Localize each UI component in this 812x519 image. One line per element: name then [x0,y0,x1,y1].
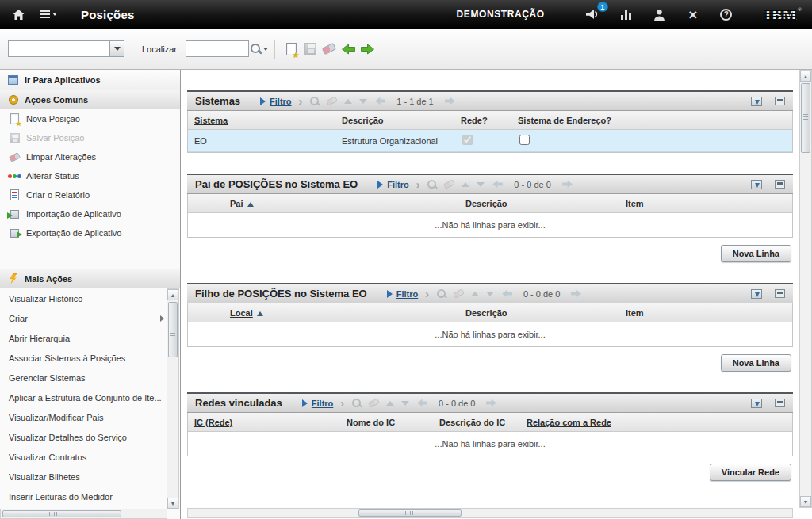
scroll-up-button[interactable]: ▲ [800,71,811,82]
previous-row-icon[interactable] [471,292,479,296]
next-row-icon[interactable] [359,99,367,104]
announcements-icon[interactable]: 1 [584,6,602,23]
clear-changes-icon[interactable] [320,40,339,59]
previous-page-icon[interactable] [416,399,428,407]
minimize-section-icon[interactable] [775,399,785,407]
filter-toggle[interactable]: Filtro [377,180,409,189]
previous-row-icon[interactable] [462,182,469,187]
user-profile-icon[interactable] [651,6,668,23]
previous-page-icon[interactable] [374,97,386,105]
filter-toggle[interactable]: Filtro [302,399,334,408]
clear-filter-icon[interactable] [453,288,465,298]
table-row[interactable]: EO Estrutura Organizacional [188,130,792,152]
scroll-down-button[interactable]: ▼ [800,496,811,507]
next-page-icon[interactable] [570,289,582,298]
filter-link[interactable]: Filtro [387,180,409,189]
table-search-icon[interactable] [309,96,320,106]
next-record-icon[interactable] [358,40,377,59]
sidebar-vertical-scrollbar[interactable]: ▲ ▼ [167,288,179,509]
go-to-applications-button[interactable]: Ir Para Aplicativos [0,70,180,90]
filter-toggle[interactable]: Filtro [387,289,419,299]
sidebar-item-criar[interactable]: Criar [0,308,180,328]
table-search-icon[interactable] [436,288,446,299]
main-vertical-scrollbar[interactable]: ▲ ▼ [799,70,812,508]
filter-link[interactable]: Filtro [396,289,419,299]
sidebar-item-inserir-leituras[interactable]: Inserir Leituras do Medidor [0,487,180,506]
column-header-sistema[interactable]: Sistema [188,116,335,125]
sidebar-item-visualizar-detalhes-servico[interactable]: Visualizar Detalhes do Serviço [0,427,180,447]
search-icon[interactable] [249,40,268,59]
sidebar-item-limpar-alteracoes[interactable]: Limpar Alterações [0,147,180,166]
previous-page-icon[interactable] [501,289,513,298]
clear-filter-icon[interactable] [326,96,338,105]
endereco-checkbox[interactable] [519,135,530,145]
download-table-icon[interactable] [751,97,762,106]
column-header-ic-rede[interactable]: IC (Rede) [188,418,340,427]
expand-chevron-icon[interactable]: › [425,288,429,300]
sidebar-item-importacao[interactable]: Importação de Aplicativo [0,204,180,223]
sidebar-item-exportacao[interactable]: Exportação de Aplicativo [0,223,180,242]
next-row-icon[interactable] [486,292,494,296]
previous-row-icon[interactable] [344,99,352,104]
minimize-section-icon[interactable] [775,180,785,189]
sidebar-item-visualizar-modificar-pais[interactable]: Visualizar/Modificar Pais [0,407,180,427]
table-header-row: Pai Descrição Item [188,194,792,213]
reports-icon[interactable] [618,6,635,23]
table-search-icon[interactable] [351,398,362,408]
sidebar-item-visualizar-historico[interactable]: Visualizar Histórico [0,288,180,308]
scrollbar-thumb[interactable] [358,509,462,517]
filter-link[interactable]: Filtro [270,97,292,106]
column-header-pai[interactable]: Pai [224,199,459,208]
download-table-icon[interactable] [751,399,762,408]
clear-filter-icon[interactable] [368,398,380,407]
expand-chevron-icon[interactable]: › [340,398,344,409]
sidebar-item-gerenciar-sistemas[interactable]: Gerenciar Sistemas [0,368,180,387]
download-table-icon[interactable] [751,180,762,189]
new-record-icon[interactable] [282,40,301,59]
main-horizontal-scrollbar[interactable] [187,508,793,518]
filter-toggle[interactable]: Filtro [260,97,292,106]
next-row-icon[interactable] [477,182,485,187]
find-input[interactable] [186,40,249,57]
record-select-dropdown-button[interactable] [109,40,124,57]
table-search-icon[interactable] [427,179,437,189]
scrollbar-thumb[interactable] [2,510,121,517]
sidebar-item-criar-relatorio[interactable]: Criar o Relatório [0,185,180,204]
scrollbar-thumb[interactable] [801,83,810,153]
previous-record-icon[interactable] [339,40,358,59]
sidebar-item-associar-sistemas[interactable]: Associar Sistemas à Posições [0,348,180,368]
previous-row-icon[interactable] [386,401,394,406]
home-icon[interactable] [10,6,27,23]
next-page-icon[interactable] [561,180,573,189]
column-header-local[interactable]: Local [224,308,459,318]
help-icon[interactable]: ? [718,6,735,23]
clear-filter-icon[interactable] [443,179,455,189]
sidebar-item-visualizar-contratos[interactable]: Visualizar Contratos [0,447,180,467]
column-header-relacao-rede[interactable]: Relação com a Rede [520,418,691,427]
nova-linha-button[interactable]: Nova Linha [721,245,791,262]
minimize-section-icon[interactable] [775,97,785,105]
nova-linha-button[interactable]: Nova Linha [721,354,791,372]
next-page-icon[interactable] [444,97,456,105]
sidebar-horizontal-scrollbar[interactable] [0,509,167,519]
sidebar-item-aplicar-estrutura[interactable]: Aplicar a Estrutura de Conjunto de Ite..… [0,387,180,407]
expand-chevron-icon[interactable]: › [299,96,303,107]
record-select-input[interactable] [8,40,109,57]
sidebar-item-visualizar-bilhetes[interactable]: Visualizar Bilhetes [0,467,180,487]
sidebar-item-alterar-status[interactable]: Alterar Status [0,166,180,185]
expand-chevron-icon[interactable]: › [416,179,420,190]
scroll-up-button[interactable]: ▲ [167,289,178,300]
next-page-icon[interactable] [485,399,497,407]
filter-link[interactable]: Filtro [312,399,334,408]
download-table-icon[interactable] [751,289,762,299]
scrollbar-thumb[interactable] [168,302,178,357]
scroll-down-button[interactable]: ▼ [167,498,178,509]
sign-out-icon[interactable]: × [684,6,702,23]
sidebar-item-abrir-hierarquia[interactable]: Abrir Hierarquia [0,328,180,348]
next-row-icon[interactable] [401,401,409,406]
applications-menu-icon[interactable] [40,6,57,23]
sidebar-item-nova-posicao[interactable]: Nova Posição [0,109,180,128]
previous-page-icon[interactable] [492,180,504,189]
vincular-rede-button[interactable]: Vincular Rede [710,464,791,481]
minimize-section-icon[interactable] [775,289,785,298]
